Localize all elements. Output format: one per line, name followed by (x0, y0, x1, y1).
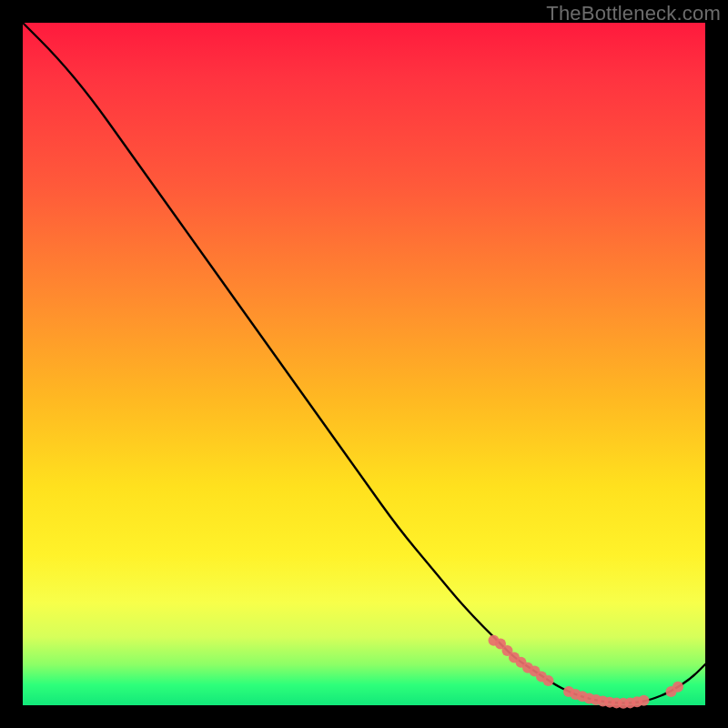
curve-line (23, 23, 705, 703)
chart-frame: TheBottleneck.com (0, 0, 728, 728)
watermark-text: TheBottleneck.com (546, 2, 721, 25)
marker-dot (639, 695, 650, 706)
marker-dot (672, 682, 683, 693)
chart-svg (23, 23, 705, 705)
plot-area (23, 23, 705, 705)
marker-dot (543, 675, 554, 686)
